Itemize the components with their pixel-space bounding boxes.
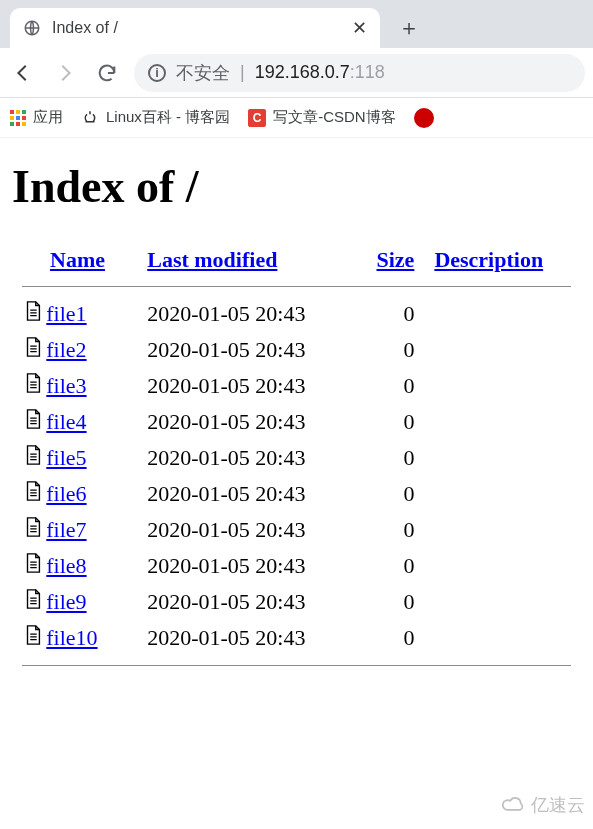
file-description (424, 512, 581, 548)
separator: | (240, 62, 245, 83)
directory-listing: Name Last modified Size Description file… (12, 243, 581, 675)
watermark: 亿速云 (499, 793, 585, 817)
file-modified: 2020-01-05 20:43 (137, 296, 354, 332)
file-icon (12, 440, 34, 476)
file-modified: 2020-01-05 20:43 (137, 584, 354, 620)
file-icon (12, 296, 34, 332)
divider (22, 286, 571, 287)
file-modified: 2020-01-05 20:43 (137, 620, 354, 656)
redhat-bookmark[interactable] (414, 108, 434, 128)
file-link[interactable]: file2 (46, 337, 86, 362)
file-modified: 2020-01-05 20:43 (137, 332, 354, 368)
table-row: file102020-01-05 20:430 (12, 620, 581, 656)
file-icon (12, 584, 34, 620)
back-button[interactable] (8, 58, 38, 88)
file-description (424, 476, 581, 512)
reload-button[interactable] (92, 58, 122, 88)
apps-icon (10, 110, 26, 126)
tab-title: Index of / (52, 19, 340, 37)
file-link[interactable]: file8 (46, 553, 86, 578)
file-size: 0 (354, 332, 424, 368)
col-size[interactable]: Size (376, 247, 414, 272)
file-icon (12, 512, 34, 548)
file-size: 0 (354, 440, 424, 476)
linux-label: Linux百科 - 博客园 (106, 108, 230, 127)
linux-bookmark[interactable]: Linux百科 - 博客园 (81, 108, 230, 127)
file-modified: 2020-01-05 20:43 (137, 368, 354, 404)
file-icon (12, 368, 34, 404)
file-link[interactable]: file10 (46, 625, 97, 650)
file-description (424, 404, 581, 440)
forward-button[interactable] (50, 58, 80, 88)
file-icon (12, 332, 34, 368)
table-row: file22020-01-05 20:430 (12, 332, 581, 368)
file-description (424, 368, 581, 404)
table-row: file52020-01-05 20:430 (12, 440, 581, 476)
file-icon (12, 548, 34, 584)
omnibox[interactable]: i 不安全 | 192.168.0.7:118 (134, 54, 585, 92)
file-size: 0 (354, 584, 424, 620)
table-row: file32020-01-05 20:430 (12, 368, 581, 404)
file-link[interactable]: file9 (46, 589, 86, 614)
url-host: 192.168.0.7 (255, 62, 350, 82)
redhat-icon (414, 108, 434, 128)
bookmarks-bar: 应用 Linux百科 - 博客园 C 写文章-CSDN博客 (0, 98, 593, 138)
file-link[interactable]: file3 (46, 373, 86, 398)
file-size: 0 (354, 620, 424, 656)
file-link[interactable]: file7 (46, 517, 86, 542)
file-size: 0 (354, 296, 424, 332)
file-modified: 2020-01-05 20:43 (137, 404, 354, 440)
file-size: 0 (354, 548, 424, 584)
file-size: 0 (354, 404, 424, 440)
file-icon (12, 404, 34, 440)
table-row: file92020-01-05 20:430 (12, 584, 581, 620)
file-link[interactable]: file5 (46, 445, 86, 470)
file-description (424, 548, 581, 584)
file-description (424, 620, 581, 656)
divider (22, 665, 571, 666)
apps-label: 应用 (33, 108, 63, 127)
browser-tab[interactable]: Index of / ✕ (10, 8, 380, 48)
csdn-label: 写文章-CSDN博客 (273, 108, 396, 127)
url-port: :118 (350, 62, 385, 82)
col-description[interactable]: Description (434, 247, 543, 272)
table-row: file62020-01-05 20:430 (12, 476, 581, 512)
file-modified: 2020-01-05 20:43 (137, 440, 354, 476)
file-link[interactable]: file4 (46, 409, 86, 434)
info-icon[interactable]: i (148, 64, 166, 82)
col-name[interactable]: Name (50, 247, 105, 272)
file-modified: 2020-01-05 20:43 (137, 548, 354, 584)
page-content: Index of / Name Last modified Size Descr… (0, 138, 593, 687)
file-modified: 2020-01-05 20:43 (137, 476, 354, 512)
close-tab-icon[interactable]: ✕ (350, 19, 368, 37)
table-row: file82020-01-05 20:430 (12, 548, 581, 584)
globe-icon (22, 18, 42, 38)
file-description (424, 332, 581, 368)
csdn-bookmark[interactable]: C 写文章-CSDN博客 (248, 108, 396, 127)
csdn-icon: C (248, 109, 266, 127)
file-icon (12, 620, 34, 656)
file-size: 0 (354, 368, 424, 404)
new-tab-button[interactable]: ＋ (394, 13, 424, 43)
file-description (424, 296, 581, 332)
table-row: file42020-01-05 20:430 (12, 404, 581, 440)
file-size: 0 (354, 476, 424, 512)
file-icon (12, 476, 34, 512)
table-row: file72020-01-05 20:430 (12, 512, 581, 548)
file-description (424, 440, 581, 476)
file-link[interactable]: file1 (46, 301, 86, 326)
tab-bar: Index of / ✕ ＋ (0, 0, 593, 48)
apps-bookmark[interactable]: 应用 (10, 108, 63, 127)
page-title: Index of / (12, 160, 581, 213)
col-modified[interactable]: Last modified (147, 247, 277, 272)
linux-icon (81, 109, 99, 127)
table-row: file12020-01-05 20:430 (12, 296, 581, 332)
file-description (424, 584, 581, 620)
file-size: 0 (354, 512, 424, 548)
file-link[interactable]: file6 (46, 481, 86, 506)
file-modified: 2020-01-05 20:43 (137, 512, 354, 548)
security-label: 不安全 (176, 61, 230, 85)
address-bar: i 不安全 | 192.168.0.7:118 (0, 48, 593, 98)
